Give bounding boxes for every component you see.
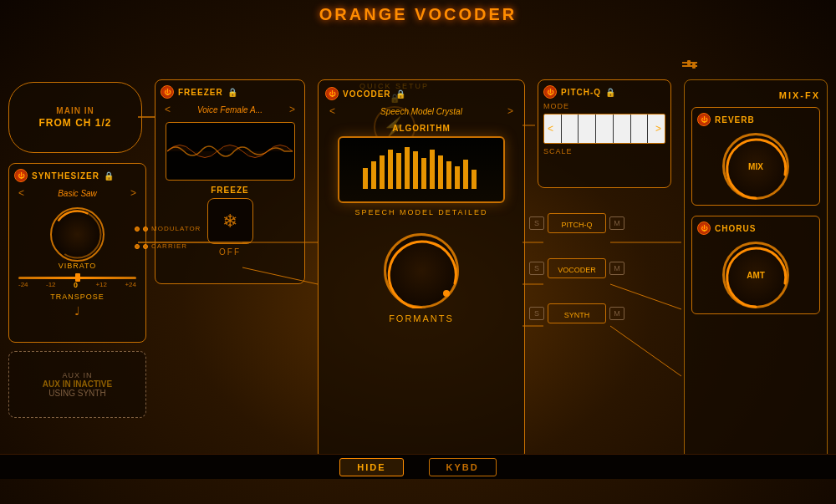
synth-preset-selector: < Basic Saw > bbox=[14, 186, 140, 201]
vocoder-solo-button[interactable]: S bbox=[529, 262, 544, 275]
algorithm-label: ALGORITHM bbox=[325, 124, 517, 133]
synth-ch-text: SYNTH bbox=[564, 311, 590, 319]
main-in-channel: FROM CH 1/2 bbox=[38, 117, 111, 129]
main-in-label: MAIN IN bbox=[56, 106, 94, 115]
vocoder-channel-row: S VOCODER M bbox=[529, 258, 624, 278]
freezer-preset-next[interactable]: > bbox=[289, 104, 295, 115]
content-area: MAIN IN FROM CH 1/2 ⏻ SYNTHESIZER 🔒 < Ba… bbox=[0, 75, 836, 479]
transpose-mark-3: 0 bbox=[74, 281, 78, 289]
modulator-label: MODULATOR bbox=[151, 225, 201, 232]
reverb-section: ⏻ REVERB MIX bbox=[691, 107, 820, 206]
formants-knob[interactable] bbox=[384, 233, 459, 308]
synthesizer-lock-icon[interactable]: 🔒 bbox=[104, 171, 114, 181]
synthesizer-panel: ⏻ SYNTHESIZER 🔒 < Basic Saw > VIBRATO bbox=[8, 163, 146, 343]
transpose-mark-4: +12 bbox=[95, 281, 107, 289]
freeze-status: OFF bbox=[219, 247, 241, 257]
freezer-waveform bbox=[166, 122, 295, 181]
main-in-panel: MAIN IN FROM CH 1/2 bbox=[8, 82, 142, 153]
vibrato-label: VIBRATO bbox=[59, 262, 97, 270]
freeze-btn-label: FREEZE bbox=[211, 186, 248, 195]
vocoder-preset-selector: < Speech Model Crystal > bbox=[325, 104, 517, 119]
synth-preset-next[interactable]: > bbox=[130, 187, 136, 199]
modulator-dot2 bbox=[143, 227, 148, 232]
svg-line-12 bbox=[610, 326, 681, 376]
carrier-connector: CARRIER bbox=[135, 242, 201, 250]
vocoder-mute-button[interactable]: M bbox=[609, 262, 624, 275]
svg-point-29 bbox=[443, 290, 450, 297]
vocoder-preset-prev[interactable]: < bbox=[329, 105, 335, 117]
reverb-mix-knob[interactable]: MIX bbox=[722, 133, 789, 200]
freezer-preset-name: Voice Female A... bbox=[171, 105, 289, 115]
vocoder-preset-next[interactable]: > bbox=[507, 105, 513, 117]
pitchq-power-button[interactable]: ⏻ bbox=[543, 85, 557, 99]
vocoder-channel-label: VOCODER bbox=[548, 258, 606, 278]
freezer-label: FREEZER bbox=[178, 88, 223, 97]
app-title: ORANGE VOCODER bbox=[319, 5, 517, 24]
vibrato-knob[interactable] bbox=[50, 207, 104, 262]
transpose-slider[interactable] bbox=[75, 273, 80, 282]
chorus-label: CHORUS bbox=[715, 224, 756, 233]
formants-label: FORMANTS bbox=[389, 313, 454, 323]
vocoder-panel: ⏻ VOCODER 🔒 < Speech Model Crystal > ALG… bbox=[318, 79, 525, 460]
bottom-bar: HIDE KYBD bbox=[0, 454, 836, 479]
synth-solo-button[interactable]: S bbox=[529, 307, 544, 320]
reverb-power-button[interactable]: ⏻ bbox=[697, 113, 711, 126]
synth-channel-label: SYNTH bbox=[548, 303, 606, 323]
vocoder-preset-name: Speech Model Crystal bbox=[335, 107, 507, 116]
transpose-mark-2: -12 bbox=[46, 281, 56, 289]
chorus-amt-knob[interactable]: AMT bbox=[722, 242, 789, 308]
freezer-preset-prev[interactable]: < bbox=[165, 104, 171, 115]
algorithm-name: SPEECH MODEL DETAILED bbox=[325, 208, 517, 216]
keyboard-next-arrow[interactable]: > bbox=[655, 123, 661, 135]
transpose-mark-1: -24 bbox=[18, 281, 28, 289]
reverb-label: REVERB bbox=[715, 115, 755, 125]
pitchq-ch-text: PITCH-Q bbox=[562, 221, 593, 229]
aux-in-status: AUX IN INACTIVE bbox=[43, 379, 112, 389]
synth-symbol-icon: ♩ bbox=[14, 304, 140, 318]
carrier-dot bbox=[135, 244, 140, 249]
aux-in-label: AUX IN bbox=[62, 371, 92, 379]
mode-label: MODE bbox=[543, 102, 665, 110]
freezer-power-button[interactable]: ⏻ bbox=[161, 85, 174, 99]
carrier-dot2 bbox=[143, 244, 148, 249]
synthesizer-label: SYNTHESIZER bbox=[32, 171, 99, 181]
freezer-lock-icon[interactable]: 🔒 bbox=[227, 88, 237, 97]
pitchq-label: PITCH-Q bbox=[561, 88, 601, 97]
algorithm-display bbox=[338, 136, 505, 203]
pitchq-mute-button[interactable]: M bbox=[609, 216, 624, 230]
synth-mute-button[interactable]: M bbox=[609, 307, 624, 320]
pitchq-panel: ⏻ PITCH-Q 🔒 MODE bbox=[538, 79, 671, 188]
chorus-section: ⏻ CHORUS AMT bbox=[691, 216, 820, 314]
modulator-dot bbox=[135, 227, 140, 232]
pitchq-channel-label: PITCH-Q bbox=[548, 213, 606, 233]
vocoder-label: VOCODER bbox=[343, 89, 391, 99]
vocoder-lock-icon[interactable]: 🔒 bbox=[395, 89, 405, 99]
chorus-power-button[interactable]: ⏻ bbox=[697, 221, 711, 235]
kybd-button[interactable]: KYBD bbox=[429, 458, 497, 476]
transpose-label: TRANSPOSE bbox=[14, 293, 140, 301]
pitch-keyboard[interactable]: < > bbox=[543, 114, 665, 144]
mixfx-panel: MIX-FX ⏻ REVERB MIX bbox=[684, 79, 828, 466]
channel-routing: S PITCH-Q M S VOCODER M S SYNTH M bbox=[529, 213, 624, 323]
aux-in-sub: USING SYNTH bbox=[48, 389, 105, 398]
hide-button[interactable]: HIDE bbox=[339, 458, 403, 476]
vocoder-power-button[interactable]: ⏻ bbox=[325, 87, 339, 100]
freeze-button[interactable]: ❄ bbox=[207, 198, 253, 244]
modulator-connector: MODULATOR bbox=[135, 225, 201, 232]
vocoder-ch-text: VOCODER bbox=[558, 266, 596, 274]
keyboard-prev-arrow[interactable]: < bbox=[548, 123, 553, 135]
freezer-panel: ⏻ FREEZER 🔒 < Voice Female A... > FREEZE bbox=[155, 79, 305, 284]
carrier-label: CARRIER bbox=[151, 242, 187, 250]
transpose-mark-5: +24 bbox=[125, 281, 136, 289]
pitchq-lock-icon[interactable]: 🔒 bbox=[605, 88, 615, 97]
pitchq-channel-row: S PITCH-Q M bbox=[529, 213, 624, 233]
synthesizer-power-button[interactable]: ⏻ bbox=[14, 169, 28, 182]
scale-label: SCALE bbox=[543, 147, 665, 155]
mixfx-label: MIX-FX bbox=[779, 90, 820, 100]
aux-in-panel: AUX IN AUX IN INACTIVE USING SYNTH bbox=[8, 351, 146, 418]
freezer-preset-selector: < Voice Female A... > bbox=[161, 102, 299, 117]
synth-preset-name: Basic Saw bbox=[24, 189, 130, 198]
synth-channel-row: S SYNTH M bbox=[529, 303, 624, 323]
synth-preset-prev[interactable]: < bbox=[18, 187, 24, 199]
pitchq-solo-button[interactable]: S bbox=[529, 216, 544, 230]
